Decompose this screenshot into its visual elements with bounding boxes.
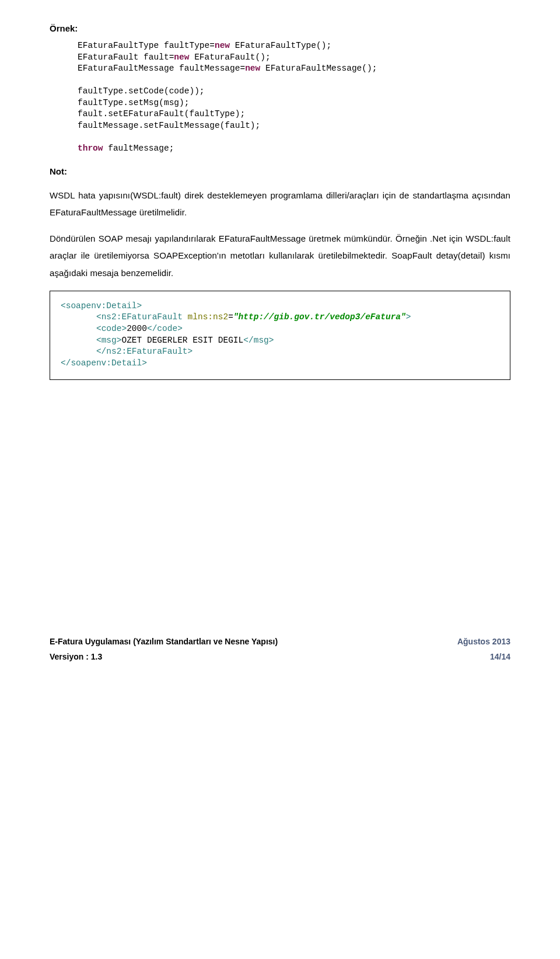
xml-tag: msg [254, 336, 269, 345]
xml-bracket: > [142, 358, 147, 368]
xml-bracket: > [177, 324, 183, 333]
code-line: EFaturaFaultType faultType= [78, 41, 215, 50]
code-line: EFaturaFault fault= [78, 53, 174, 62]
paragraph-2: Döndürülen SOAP mesajı yapılandırılarak … [50, 230, 510, 281]
code-line: faultMessage.setFaultMessage(fault); [78, 120, 510, 132]
xml-tag: soapenv:Detail [66, 301, 137, 311]
code-line: EFaturaFault(); [189, 53, 270, 62]
xml-attr: mlns:ns2 [188, 312, 229, 322]
code-line: EFaturaFaultType(); [230, 41, 331, 50]
xml-example-box: <soapenv:Detail> <ns2:EFaturaFault mlns:… [50, 291, 510, 380]
xml-bracket: </ [61, 358, 71, 368]
xml-eq: = [228, 312, 233, 322]
xml-tag: msg [102, 336, 117, 345]
xml-bracket: </ [147, 324, 157, 333]
xml-tag: code [102, 324, 122, 333]
xml-bracket: </ [243, 336, 253, 345]
code-keyword: new [245, 64, 260, 73]
code-keyword: new [215, 41, 230, 50]
xml-bracket: > [188, 347, 193, 356]
code-line: faultMessage; [103, 144, 174, 153]
xml-text: OZET DEGERLER ESIT DEGIL [121, 336, 243, 345]
footer-version: Versiyon : 1.3 [50, 652, 102, 661]
xml-bracket: < [61, 324, 102, 333]
xml-bracket: > [406, 312, 411, 322]
xml-tag: soapenv:Detail [71, 358, 142, 368]
xml-bracket: > [269, 336, 274, 345]
page-footer: E-Fatura Uygulaması (Yazılım Standartlar… [50, 637, 510, 661]
xml-bracket: </ [61, 347, 106, 356]
code-keyword: new [174, 53, 189, 62]
xml-bracket: < [61, 312, 102, 322]
xml-text: 2000 [127, 324, 147, 333]
code-line: fault.setEFaturaFault(faultType); [78, 109, 510, 120]
code-line: EFaturaFaultMessage faultMessage= [78, 64, 245, 73]
code-line: faultType.setCode(code)); [78, 86, 510, 97]
footer-title: E-Fatura Uygulaması (Yazılım Standartlar… [50, 637, 278, 646]
xml-tag: ns2:EFaturaFault [102, 312, 183, 322]
heading-text: Örnek: [50, 23, 78, 33]
note-label: Not: [50, 166, 510, 176]
xml-bracket: > [121, 324, 127, 333]
xml-bracket: > [137, 301, 142, 311]
xml-bracket: < [61, 301, 66, 311]
footer-date: Ağustos 2013 [457, 637, 510, 646]
code-line: faultType.setMsg(msg); [78, 97, 510, 109]
footer-page-number: 14/14 [490, 652, 510, 661]
xml-bracket: < [61, 336, 102, 345]
xml-tag: ns2:EFaturaFault [106, 347, 187, 356]
xml-tag: code [157, 324, 177, 333]
section-heading: Örnek: [50, 23, 510, 33]
code-line: EFaturaFaultMessage(); [260, 64, 377, 73]
xml-attr-value: "http://gib.gov.tr/vedop3/eFatura" [233, 312, 406, 322]
code-keyword: throw [78, 144, 103, 153]
code-example-block: EFaturaFaultType faultType=new EFaturaFa… [78, 40, 510, 155]
paragraph-1: WSDL hata yapısını(WSDL:fault) direk des… [50, 187, 510, 221]
xml-space [183, 312, 188, 322]
